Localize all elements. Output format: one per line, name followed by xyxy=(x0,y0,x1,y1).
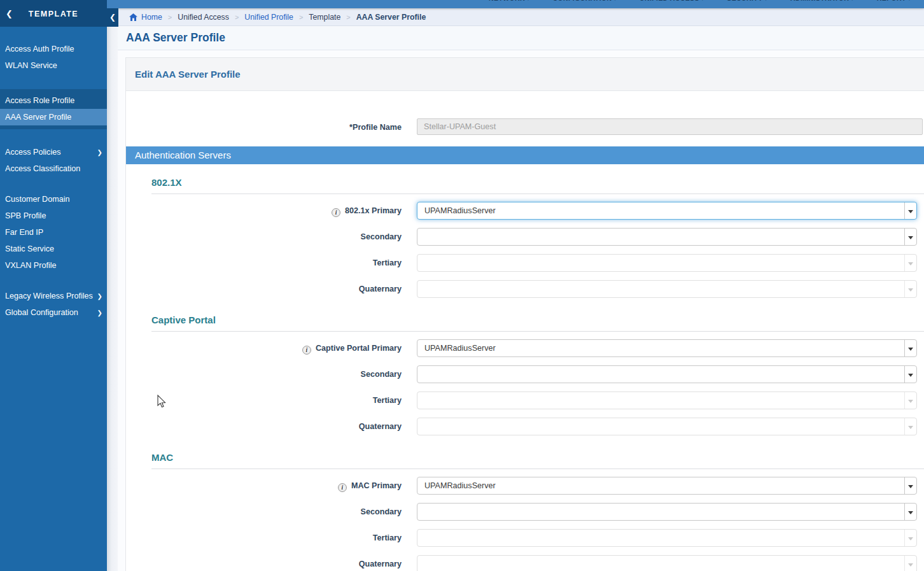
field-label: Quaternary xyxy=(126,560,402,568)
cp-quaternary-select xyxy=(417,418,917,435)
caret-down-icon xyxy=(908,511,913,514)
breadcrumb-unified-profile[interactable]: Unified Profile xyxy=(244,13,293,22)
sidebar-collapse-button[interactable]: ❮ xyxy=(107,8,118,27)
dropdown-button[interactable] xyxy=(904,477,916,494)
profile-name-row: *Profile Name xyxy=(126,118,924,135)
8021x-primary-select[interactable]: UPAMRadiusServer xyxy=(417,202,917,220)
top-menu-unified-access[interactable]: UNIFIED ACCESS▾ xyxy=(640,0,704,2)
breadcrumb-separator: > xyxy=(235,13,239,21)
sidebar-item-customer-domain[interactable]: Customer Domain xyxy=(0,191,107,208)
field-label: 802.1x Primary xyxy=(345,206,402,215)
top-menu-report[interactable]: REPORT▾ xyxy=(877,0,911,2)
mac-secondary-select[interactable] xyxy=(417,503,917,521)
dropdown-button[interactable] xyxy=(904,366,916,383)
8021x-secondary-select[interactable] xyxy=(417,228,917,246)
row-cp-quaternary: Quaternary xyxy=(126,418,924,435)
row-mac-secondary: Secondary xyxy=(126,503,924,521)
mac-quaternary-select xyxy=(417,555,917,571)
8021x-quaternary-select xyxy=(417,280,917,298)
top-menu-configuration[interactable]: CONFIGURATION▾ xyxy=(552,0,617,2)
row-8021x-primary: i802.1x Primary UPAMRadiusServer xyxy=(126,202,924,220)
8021x-tertiary-select xyxy=(417,254,917,272)
caret-down-icon: ▾ xyxy=(851,0,853,2)
caret-down-icon: ▾ xyxy=(614,0,617,2)
field-label: MAC Primary xyxy=(351,481,402,490)
sidebar-item-wlan-service[interactable]: WLAN Service xyxy=(0,57,107,74)
breadcrumb-home[interactable]: Home xyxy=(141,13,162,22)
field-label: Captive Portal Primary xyxy=(316,344,402,353)
dropdown-button[interactable] xyxy=(904,202,916,219)
sidebar-item-access-role-profile[interactable]: Access Role Profile xyxy=(0,92,107,109)
dropdown-button[interactable] xyxy=(904,340,916,356)
sidebar-item-far-end-ip[interactable]: Far End IP xyxy=(0,224,107,241)
caret-down-icon xyxy=(908,262,913,265)
dropdown-button xyxy=(904,418,916,435)
caret-down-icon xyxy=(908,348,913,351)
sidebar: ❮ TEMPLATE Access Auth Profile WLAN Serv… xyxy=(0,0,107,571)
app-window: NETWORK▾ CONFIGURATION▾ UNIFIED ACCESS▾ … xyxy=(0,0,924,571)
sidebar-item-legacy-wireless-profiles[interactable]: Legacy Wireless Profiles❯ xyxy=(0,288,107,304)
profile-name-input[interactable] xyxy=(417,118,923,135)
top-menu-bar: NETWORK▾ CONFIGURATION▾ UNIFIED ACCESS▾ … xyxy=(107,0,924,8)
cp-primary-select[interactable]: UPAMRadiusServer xyxy=(417,339,917,357)
sidebar-item-access-policies[interactable]: Access Policies❯ xyxy=(0,144,107,160)
dropdown-button[interactable] xyxy=(904,504,916,520)
section-header-captive-portal: Captive Portal xyxy=(151,314,924,332)
row-mac-primary: iMAC Primary UPAMRadiusServer xyxy=(126,477,924,495)
info-icon[interactable]: i xyxy=(332,208,340,217)
top-menu-administrator[interactable]: ADMINISTRATOR▾ xyxy=(790,0,854,2)
sidebar-item-static-service[interactable]: Static Service xyxy=(0,241,107,257)
panel-header: Edit AAA Server Profile xyxy=(126,58,924,91)
caret-down-icon xyxy=(908,400,913,403)
field-label: Tertiary xyxy=(126,258,402,267)
breadcrumb-current: AAA Server Profile xyxy=(356,13,426,22)
dropdown-button xyxy=(904,392,916,409)
title-bar: AAA Server Profile xyxy=(118,26,924,50)
dropdown-button[interactable] xyxy=(904,229,916,245)
row-8021x-secondary: Secondary xyxy=(126,228,924,246)
mac-primary-select[interactable]: UPAMRadiusServer xyxy=(417,477,917,495)
row-mac-tertiary: Tertiary xyxy=(126,529,924,547)
dropdown-button xyxy=(904,556,916,571)
caret-down-icon: ▾ xyxy=(701,0,704,2)
top-menu-security[interactable]: SECURITY▾ xyxy=(727,0,767,2)
caret-down-icon xyxy=(908,210,913,213)
info-icon[interactable]: i xyxy=(302,346,311,355)
breadcrumb-template: Template xyxy=(309,13,340,22)
content: Edit AAA Server Profile *Profile Name Au… xyxy=(118,50,924,571)
sidebar-item-global-configuration[interactable]: Global Configuration❯ xyxy=(0,304,107,321)
info-icon[interactable]: i xyxy=(338,483,347,492)
caret-down-icon xyxy=(908,236,913,239)
caret-down-icon xyxy=(908,426,913,429)
field-label: Tertiary xyxy=(126,533,402,542)
sidebar-item-vxlan-profile[interactable]: VXLAN Profile xyxy=(0,257,107,274)
profile-name-label: *Profile Name xyxy=(126,123,402,132)
caret-down-icon: ▾ xyxy=(908,0,911,2)
sidebar-nav: Access Auth Profile WLAN Service Access … xyxy=(0,27,107,321)
field-label: Quaternary xyxy=(126,285,402,293)
panel-header-title: Edit AAA Server Profile xyxy=(126,58,924,80)
chevron-right-icon: ❯ xyxy=(97,292,102,301)
cp-secondary-select[interactable] xyxy=(417,365,917,383)
section-captive-portal: iCaptive Portal Primary UPAMRadiusServer… xyxy=(126,339,924,435)
sidebar-item-access-auth-profile[interactable]: Access Auth Profile xyxy=(0,41,107,57)
row-cp-tertiary: Tertiary xyxy=(126,391,924,409)
sidebar-item-access-classification[interactable]: Access Classification xyxy=(0,160,107,177)
breadcrumb: Home > Unified Access > Unified Profile … xyxy=(118,8,924,26)
panel-body: *Profile Name Authentication Servers 802… xyxy=(126,118,924,571)
cp-tertiary-select xyxy=(417,391,917,409)
selected-value: UPAMRadiusServer xyxy=(424,481,496,490)
authentication-servers-banner: Authentication Servers xyxy=(126,146,924,164)
field-label: Secondary xyxy=(126,507,402,516)
mac-tertiary-select xyxy=(417,529,917,547)
page-title: AAA Server Profile xyxy=(126,31,225,45)
breadcrumb-separator: > xyxy=(168,13,172,21)
row-8021x-quaternary: Quaternary xyxy=(126,280,924,298)
sidebar-item-spb-profile[interactable]: SPB Profile xyxy=(0,208,107,224)
top-menu-network[interactable]: NETWORK▾ xyxy=(489,0,529,2)
sidebar-item-aaa-server-profile[interactable]: AAA Server Profile xyxy=(0,109,107,125)
edit-panel: Edit AAA Server Profile *Profile Name Au… xyxy=(125,57,924,571)
caret-down-icon xyxy=(908,563,913,567)
main-area: Home > Unified Access > Unified Profile … xyxy=(118,0,924,571)
caret-down-icon xyxy=(908,288,913,292)
